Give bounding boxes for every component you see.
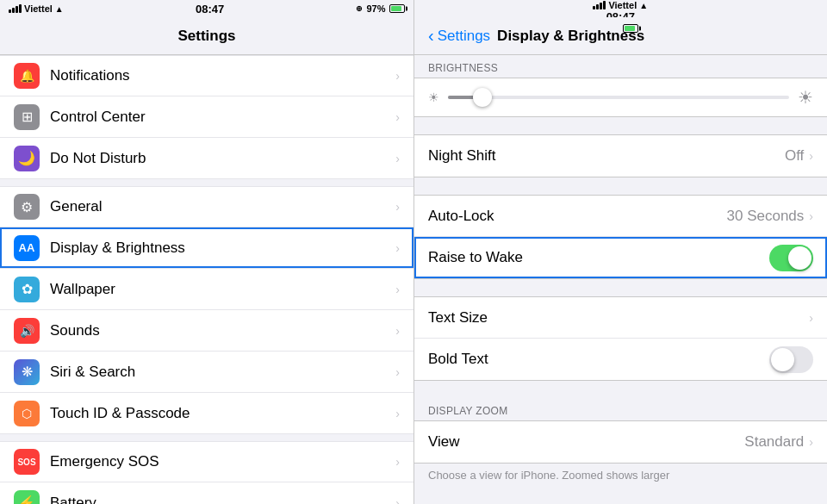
display-zoom-body: View Standard › bbox=[414, 420, 827, 464]
time-left: 08:47 bbox=[196, 3, 224, 16]
right-header: ‹ Settings Display & Brightness bbox=[414, 17, 827, 55]
sidebar-item-general[interactable]: ⚙ General › bbox=[0, 186, 414, 227]
left-status-left: Viettel ▲ bbox=[9, 3, 64, 14]
battery-pct-left: 97% bbox=[366, 3, 385, 14]
signal-bar-r4 bbox=[603, 1, 606, 9]
text-size-label: Text Size bbox=[428, 309, 809, 327]
do-not-disturb-icon: 🌙 bbox=[14, 146, 40, 171]
sidebar-item-do-not-disturb[interactable]: 🌙 Do Not Disturb › bbox=[0, 138, 414, 179]
back-label: Settings bbox=[438, 28, 490, 45]
view-chevron: › bbox=[809, 435, 813, 449]
battery-label: Battery bbox=[50, 495, 395, 505]
bold-text-row[interactable]: Bold Text bbox=[414, 339, 827, 380]
notifications-label: Notifications bbox=[50, 67, 395, 84]
signal-bar-3 bbox=[16, 6, 18, 13]
left-status-bar: Viettel ▲ 08:47 ⊕ 97% bbox=[0, 0, 414, 17]
sidebar-item-notifications[interactable]: 🔔 Notifications › bbox=[0, 55, 414, 96]
auto-lock-row[interactable]: Auto-Lock 30 Seconds › bbox=[414, 196, 827, 237]
signal-bar-1 bbox=[9, 9, 11, 13]
text-size-row[interactable]: Text Size › bbox=[414, 297, 827, 339]
sidebar-item-wallpaper[interactable]: ✿ Wallpaper › bbox=[0, 269, 414, 310]
spacer-3 bbox=[414, 279, 827, 296]
text-section: Text Size › Bold Text bbox=[414, 296, 827, 381]
wallpaper-icon: ✿ bbox=[14, 277, 40, 302]
main-area: Settings 🔔 Notifications › ⊞ Control Cen… bbox=[0, 17, 827, 504]
display-brightness-chevron: › bbox=[395, 241, 400, 255]
settings-list: 🔔 Notifications › ⊞ Control Center › 🌙 bbox=[0, 55, 414, 504]
section-2: ⚙ General › AA Display & Brightness › ✿ bbox=[0, 186, 414, 434]
brightness-slider-thumb[interactable] bbox=[473, 88, 492, 107]
sidebar-item-sounds[interactable]: 🔊 Sounds › bbox=[0, 310, 414, 352]
battery-icon-right bbox=[623, 24, 638, 33]
back-button[interactable]: ‹ Settings bbox=[428, 28, 490, 45]
spacer-1 bbox=[414, 117, 827, 134]
battery-icon-left bbox=[389, 4, 405, 13]
bold-text-toggle[interactable] bbox=[769, 346, 813, 373]
signal-bar-4 bbox=[19, 4, 22, 13]
signal-bars-right bbox=[593, 1, 606, 9]
signal-bar-r3 bbox=[600, 3, 602, 9]
raise-to-wake-label: Raise to Wake bbox=[428, 249, 769, 266]
raise-to-wake-row[interactable]: Raise to Wake bbox=[414, 237, 827, 278]
sidebar-item-display-brightness[interactable]: AA Display & Brightness › bbox=[0, 227, 414, 269]
battery-fill-right bbox=[625, 26, 636, 31]
sounds-label: Sounds bbox=[50, 322, 395, 339]
notifications-icon: 🔔 bbox=[14, 63, 40, 89]
brightness-high-icon: ☀ bbox=[798, 87, 813, 108]
display-zoom-section: DISPLAY ZOOM View Standard › Choose a vi… bbox=[414, 398, 827, 487]
battery-fill-left bbox=[391, 6, 402, 11]
signal-bar-r2 bbox=[596, 4, 599, 9]
night-shift-chevron: › bbox=[809, 149, 813, 163]
sidebar-item-battery[interactable]: ⚡ Battery › bbox=[0, 482, 414, 504]
sounds-chevron: › bbox=[395, 324, 400, 338]
signal-bar-2 bbox=[12, 8, 15, 13]
sidebar-item-touch-id[interactable]: ⬡ Touch ID & Passcode › bbox=[0, 393, 414, 434]
control-center-label: Control Center bbox=[50, 109, 395, 126]
view-row[interactable]: View Standard › bbox=[414, 421, 827, 463]
night-shift-section: Night Shift Off › bbox=[414, 134, 827, 177]
right-status-bar: Viettel ▲ 08:47 ⊕ 97% ⚡ bbox=[414, 0, 828, 17]
dual-status-bar: Viettel ▲ 08:47 ⊕ 97% Viettel ▲ 08:47 ⊕ bbox=[0, 0, 827, 17]
brightness-slider-track[interactable] bbox=[448, 96, 789, 99]
sidebar-item-siri-search[interactable]: ❋ Siri & Search › bbox=[0, 352, 414, 393]
do-not-disturb-chevron: › bbox=[395, 152, 400, 165]
wallpaper-label: Wallpaper bbox=[50, 281, 395, 298]
display-brightness-icon: AA bbox=[14, 235, 40, 261]
emergency-sos-label: Emergency SOS bbox=[50, 453, 395, 470]
zoom-footer: Choose a view for iPhone. Zoomed shows l… bbox=[414, 464, 827, 487]
brightness-section: BRIGHTNESS ☀ ☀ bbox=[414, 55, 827, 117]
auto-lock-chevron: › bbox=[809, 209, 813, 223]
sidebar-item-emergency-sos[interactable]: SOS Emergency SOS › bbox=[0, 441, 414, 482]
right-status-left: Viettel ▲ bbox=[593, 0, 648, 10]
control-center-icon: ⊞ bbox=[14, 104, 40, 130]
lock-section: Auto-Lock 30 Seconds › Raise to Wake bbox=[414, 195, 827, 279]
display-brightness-label: Display & Brightness bbox=[50, 240, 395, 257]
night-shift-row[interactable]: Night Shift Off › bbox=[414, 135, 827, 177]
left-header: Settings bbox=[0, 17, 414, 55]
text-size-chevron: › bbox=[809, 311, 813, 325]
raise-to-wake-toggle[interactable] bbox=[769, 245, 813, 271]
bold-text-label: Bold Text bbox=[428, 351, 769, 368]
carrier-left: Viettel bbox=[24, 3, 53, 14]
sounds-icon: 🔊 bbox=[14, 318, 40, 344]
right-content: BRIGHTNESS ☀ ☀ Night Shift Off › bbox=[414, 55, 827, 504]
separator-1 bbox=[0, 179, 414, 186]
general-icon: ⚙ bbox=[14, 194, 40, 220]
siri-label: Siri & Search bbox=[50, 364, 395, 381]
wifi-icon-left: ▲ bbox=[55, 4, 64, 14]
display-zoom-header: DISPLAY ZOOM bbox=[414, 398, 827, 420]
brightness-slider-row[interactable]: ☀ ☀ bbox=[414, 78, 827, 117]
touch-id-chevron: › bbox=[395, 407, 400, 420]
carrier-right: Viettel bbox=[608, 0, 637, 10]
spacer-2 bbox=[414, 177, 827, 195]
section-3: SOS Emergency SOS › ⚡ Battery › bbox=[0, 441, 414, 504]
general-label: General bbox=[50, 198, 395, 215]
sidebar-item-control-center[interactable]: ⊞ Control Center › bbox=[0, 96, 414, 138]
left-status-right: ⊕ 97% bbox=[356, 3, 404, 14]
spacer-4 bbox=[414, 381, 827, 398]
wallpaper-chevron: › bbox=[395, 283, 400, 296]
signal-bar-r1 bbox=[593, 6, 595, 9]
location-icon-left: ⊕ bbox=[356, 4, 363, 13]
touch-id-label: Touch ID & Passcode bbox=[50, 405, 395, 422]
right-panel: ‹ Settings Display & Brightness BRIGHTNE… bbox=[414, 17, 827, 504]
